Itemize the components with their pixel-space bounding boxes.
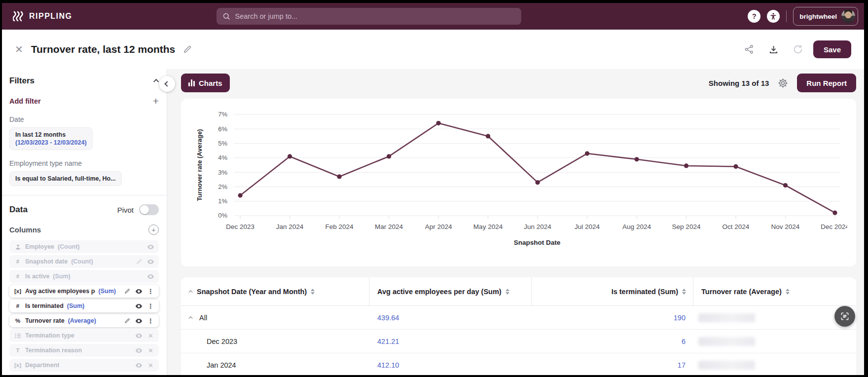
- is-terminated-value[interactable]: 6: [682, 338, 686, 345]
- user-menu[interactable]: brightwheel: [793, 7, 858, 26]
- close-report-icon[interactable]: ✕: [15, 44, 23, 54]
- chart-line: [240, 123, 835, 213]
- showing-count: Showing 13 of 13: [709, 79, 769, 87]
- report-settings-button[interactable]: [777, 77, 789, 89]
- global-search[interactable]: [217, 8, 521, 25]
- column-item-department[interactable]: [x]Department✕: [9, 359, 159, 372]
- col-header-label: Snapshot Date (Year and Month): [197, 288, 307, 296]
- app-window: RIPPLING ? brightwheel ✕ Turnover rate, …: [2, 3, 864, 375]
- download-icon: [768, 44, 779, 55]
- add-filter-plus-icon[interactable]: +: [153, 96, 159, 106]
- is-terminated-value[interactable]: 190: [674, 314, 686, 322]
- visibility-eye-icon[interactable]: [135, 317, 143, 325]
- chart-point[interactable]: [337, 174, 341, 179]
- chart-point[interactable]: [585, 151, 589, 155]
- collapse-sidebar-button[interactable]: [159, 76, 175, 92]
- column-item-snapshot-date[interactable]: #Snapshot date(Count): [9, 255, 159, 268]
- sort-icon[interactable]: [506, 289, 509, 295]
- turnover-line-chart: 0%1%2%3%4%5%6%7%Dec 2023Jan 2024Feb 2024…: [190, 106, 847, 256]
- avg-active-value[interactable]: 412.10: [377, 361, 399, 369]
- add-filter-button[interactable]: Add filter: [9, 97, 41, 105]
- scan-icon: [840, 311, 850, 321]
- chart-point[interactable]: [832, 211, 837, 215]
- x-tick-label: Mar 2024: [375, 223, 403, 230]
- refresh-button[interactable]: [793, 44, 803, 55]
- filter-chip-date-condition: In last 12 months: [15, 131, 87, 138]
- col-header-turnover-rate-average[interactable]: Turnover rate (Average): [693, 277, 856, 306]
- search-icon: [222, 12, 231, 21]
- visibility-eye-icon[interactable]: [146, 243, 155, 251]
- table-row-jan-2024[interactable]: Jan 2024412.1017: [181, 353, 856, 375]
- table-row-all[interactable]: All439.64190: [181, 306, 856, 330]
- screenshot-tool-button[interactable]: [834, 306, 855, 327]
- column-item-is-active[interactable]: #Is active(Sum): [9, 270, 159, 283]
- chart-point[interactable]: [238, 193, 242, 197]
- chart-point[interactable]: [733, 164, 738, 169]
- column-item-termination-type[interactable]: Termination type✕: [9, 329, 159, 342]
- chart-point[interactable]: [436, 121, 440, 125]
- sort-icon[interactable]: [786, 289, 790, 295]
- remove-column-icon[interactable]: ✕: [146, 362, 155, 369]
- visibility-eye-icon[interactable]: [135, 347, 143, 354]
- sort-icon[interactable]: [311, 289, 315, 295]
- kebab-menu-icon[interactable]: ⋮: [146, 317, 155, 325]
- remove-column-icon[interactable]: ✕: [146, 332, 155, 339]
- visibility-eye-icon[interactable]: [146, 258, 155, 265]
- edit-title-button[interactable]: [183, 45, 192, 54]
- visibility-eye-icon[interactable]: [135, 302, 143, 310]
- remove-column-icon[interactable]: ✕: [146, 347, 155, 354]
- visibility-eye-icon[interactable]: [135, 288, 143, 295]
- report-main: Charts Showing 13 of 13 Run Report 0%1%2…: [167, 69, 864, 375]
- accessibility-button[interactable]: [767, 10, 780, 23]
- download-button[interactable]: [768, 44, 779, 55]
- row-label: Jan 2024: [207, 361, 236, 369]
- column-item-partial[interactable]: [9, 374, 159, 375]
- kebab-menu-icon[interactable]: ⋮: [146, 288, 155, 295]
- filter-chip-employment-type[interactable]: Is equal to Salaried, full-time, Ho...: [9, 171, 122, 186]
- collapse-filters-icon[interactable]: [153, 79, 159, 84]
- column-item-turnover-rate[interactable]: %Turnover rate(Average)⋮: [9, 314, 159, 327]
- column-item-is-terminated[interactable]: #Is terminated(Sum)⋮: [9, 300, 159, 312]
- add-column-button[interactable]: +: [148, 225, 159, 235]
- column-item-termination-reason[interactable]: TTermination reason✕: [9, 344, 159, 357]
- search-input[interactable]: [235, 12, 515, 20]
- run-report-button[interactable]: Run Report: [797, 74, 856, 92]
- collapse-all-icon[interactable]: [188, 290, 192, 294]
- kebab-menu-icon[interactable]: ⋮: [146, 302, 155, 310]
- edit-pencil-icon[interactable]: [135, 259, 143, 264]
- charts-button[interactable]: Charts: [181, 74, 230, 92]
- table-body: All439.64190Dec 2023421.216Jan 2024412.1…: [181, 306, 856, 375]
- chart-point[interactable]: [684, 163, 688, 168]
- avg-active-value[interactable]: 439.64: [377, 314, 399, 322]
- column-item-employee[interactable]: Employee(Count): [9, 240, 159, 253]
- visibility-eye-icon[interactable]: [146, 273, 155, 280]
- sort-icon[interactable]: [682, 289, 686, 295]
- row-label: All: [199, 314, 207, 322]
- filter-chip-date[interactable]: In last 12 months (12/03/2023 - 12/03/20…: [9, 127, 93, 150]
- visibility-eye-icon[interactable]: [135, 362, 143, 369]
- rippling-logo[interactable]: RIPPLING: [13, 11, 72, 22]
- col-header-snapshot-date-year-and-month[interactable]: Snapshot Date (Year and Month): [181, 277, 369, 306]
- chart-point[interactable]: [783, 183, 788, 188]
- pivot-toggle[interactable]: [139, 204, 159, 215]
- visibility-eye-icon[interactable]: [135, 332, 143, 339]
- chart-point[interactable]: [634, 157, 639, 161]
- chart-point[interactable]: [486, 134, 490, 138]
- column-item-avg-active-employees-per-day[interactable]: [x]Avg active employees per day(Sum)⋮: [9, 285, 159, 298]
- help-button[interactable]: ?: [748, 10, 760, 23]
- edit-pencil-icon[interactable]: [123, 318, 131, 324]
- help-icon: ?: [752, 12, 757, 20]
- avg-active-value[interactable]: 421.21: [377, 338, 399, 345]
- col-header-is-terminated-sum[interactable]: Is terminated (Sum): [532, 277, 693, 306]
- collapse-row-icon[interactable]: [188, 316, 192, 320]
- is-terminated-value[interactable]: 17: [678, 361, 686, 369]
- column-aggregation: (Sum): [53, 273, 70, 280]
- chart-point[interactable]: [288, 154, 292, 158]
- chart-point[interactable]: [535, 180, 540, 185]
- chart-point[interactable]: [387, 154, 391, 158]
- table-row-dec-2023[interactable]: Dec 2023421.216: [181, 330, 856, 353]
- save-button[interactable]: Save: [813, 40, 851, 58]
- share-button[interactable]: [744, 44, 755, 55]
- edit-pencil-icon[interactable]: [123, 288, 131, 294]
- col-header-avg-active-employees-per-day-sum[interactable]: Avg active employees per day (Sum): [369, 277, 532, 306]
